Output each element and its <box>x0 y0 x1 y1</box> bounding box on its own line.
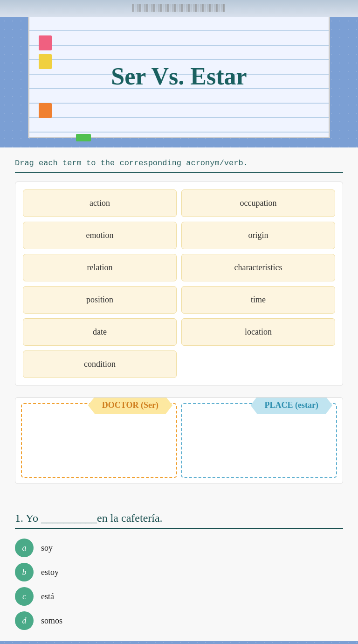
quiz-options-list: a soy b estoy c está d somos <box>15 539 343 630</box>
notebook-paper: Ser Vs. Estar <box>28 17 330 138</box>
option-text-c: está <box>41 592 54 602</box>
sticky-notes-left <box>39 35 52 69</box>
doctor-zone-label: DOCTOR (Ser) <box>88 397 172 414</box>
main-content: Drag each term to the corresponding acro… <box>0 147 358 512</box>
option-circle-c: c <box>15 587 34 606</box>
spiral-strip: 𝄁𝄁𝄁𝄁𝄁𝄁𝄁𝄁𝄁𝄁𝄁𝄁𝄁𝄁𝄁𝄁𝄁𝄁𝄁𝄁𝄁𝄁𝄁𝄁𝄁𝄁𝄁𝄁𝄁𝄁𝄁𝄁𝄁𝄁𝄁𝄁𝄁𝄁𝄁𝄁 <box>0 0 358 17</box>
instruction-text: Drag each term to the corresponding acro… <box>15 159 343 173</box>
term-condition[interactable]: condition <box>23 350 177 378</box>
sticky-note-yellow <box>39 54 52 69</box>
notebook-header: Ser Vs. Estar <box>0 17 358 147</box>
term-grid: action occupation emotion origin relatio… <box>15 182 343 386</box>
quiz-option-b[interactable]: b estoy <box>15 563 343 581</box>
option-circle-b: b <box>15 563 34 581</box>
term-location[interactable]: location <box>181 318 335 346</box>
quiz-option-d[interactable]: d somos <box>15 611 343 630</box>
place-zone-label: PLACE (estar) <box>251 397 332 414</box>
option-circle-d: d <box>15 611 34 630</box>
term-grid-empty <box>181 350 335 378</box>
sticky-note-green <box>76 134 91 141</box>
option-text-b: estoy <box>41 567 59 577</box>
doctor-zone-header: DOCTOR (Ser) <box>26 410 172 427</box>
term-characteristics[interactable]: characteristics <box>181 254 335 281</box>
place-zone-header: PLACE (estar) <box>186 410 332 427</box>
quiz-question: 1. Yo __________en la cafetería. <box>15 512 343 529</box>
term-position[interactable]: position <box>23 286 177 314</box>
option-text-a: soy <box>41 543 53 553</box>
term-relation[interactable]: relation <box>23 254 177 281</box>
sticky-note-pink <box>39 35 52 50</box>
term-action[interactable]: action <box>23 189 177 217</box>
term-time[interactable]: time <box>181 286 335 314</box>
term-emotion[interactable]: emotion <box>23 222 177 249</box>
drop-zones-container: DOCTOR (Ser) PLACE (estar) <box>15 397 343 484</box>
quiz-section: 1. Yo __________en la cafetería. a soy b… <box>0 512 358 641</box>
quiz-option-c[interactable]: c está <box>15 587 343 606</box>
drop-zone-doctor[interactable]: DOCTOR (Ser) <box>21 403 177 478</box>
option-circle-a: a <box>15 539 34 557</box>
drop-zone-place[interactable]: PLACE (estar) <box>181 403 337 478</box>
term-date[interactable]: date <box>23 318 177 346</box>
sticky-note-orange <box>39 103 52 118</box>
term-occupation[interactable]: occupation <box>181 189 335 217</box>
page-title: Ser Vs. Estar <box>111 62 247 91</box>
term-origin[interactable]: origin <box>181 222 335 249</box>
quiz-option-a[interactable]: a soy <box>15 539 343 557</box>
option-text-d: somos <box>41 616 62 626</box>
